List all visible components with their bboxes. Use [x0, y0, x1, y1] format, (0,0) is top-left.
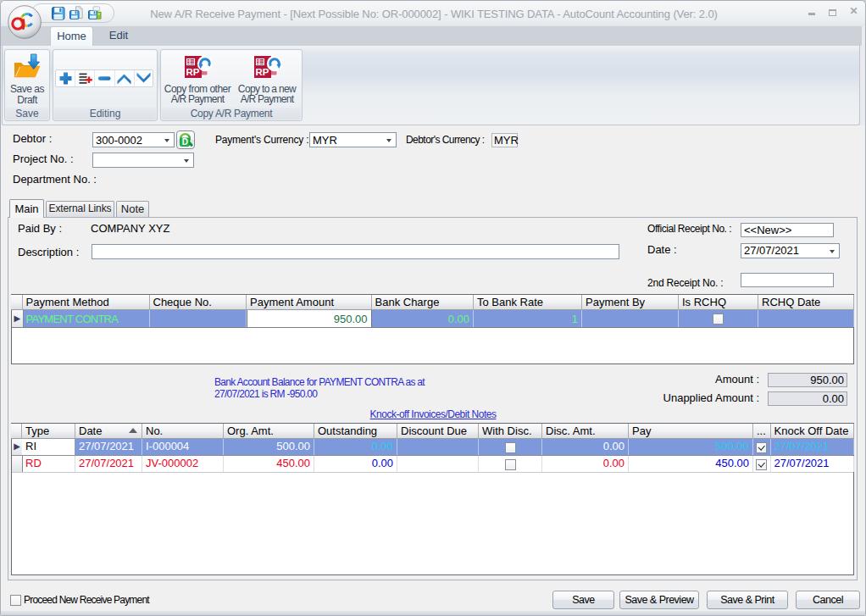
svg-text:RP: RP — [186, 67, 200, 77]
svg-text:D: D — [182, 137, 188, 147]
svg-text:RP: RP — [256, 67, 269, 77]
